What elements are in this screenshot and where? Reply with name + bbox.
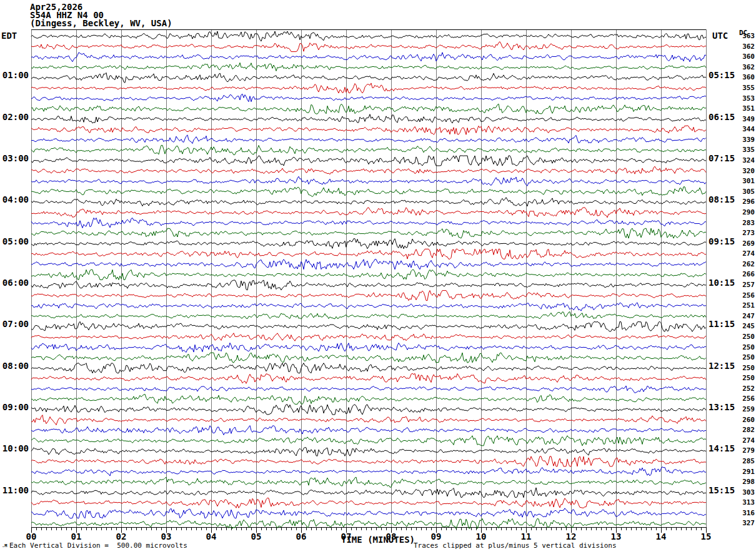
trace-row: [31, 31, 706, 41]
dc-value: 351: [740, 105, 755, 112]
trace-row: [31, 386, 706, 393]
dc-value: 327: [740, 520, 755, 526]
x-tick-label: 14: [652, 532, 670, 541]
trace-row: [31, 373, 706, 383]
trace-row: [31, 280, 706, 290]
dc-value: 344: [740, 126, 755, 133]
utc-hour-label: 09:15: [709, 237, 735, 246]
dc-value: 316: [740, 510, 755, 516]
trace-row: [31, 312, 706, 320]
trace-row: [31, 126, 706, 135]
dc-value: 324: [740, 157, 755, 164]
dc-value: 250: [740, 365, 755, 371]
trace-row: [31, 176, 706, 186]
trace-row: [31, 218, 706, 228]
utc-hour-label: 15:15: [709, 486, 735, 495]
dc-value: 362: [740, 64, 755, 71]
trace-row: [31, 405, 706, 415]
utc-hour-label: 07:15: [709, 154, 735, 163]
trace-row: [31, 156, 706, 166]
utc-hour-label: 10:15: [709, 278, 735, 287]
dc-value: 262: [740, 261, 755, 268]
trace-row: [31, 228, 706, 238]
dc-value: 291: [740, 468, 755, 475]
x-tick-label: 03: [157, 532, 175, 541]
dc-value: 266: [740, 271, 755, 278]
dc-value: 335: [740, 146, 755, 153]
x-tick-label: 12: [562, 532, 580, 541]
trace-row: [31, 259, 706, 269]
trace-row: [31, 198, 706, 206]
edt-hour-label: 10:00: [0, 444, 29, 453]
dc-value: 283: [740, 219, 755, 226]
dc-value: 273: [740, 229, 755, 236]
dc-value: 259: [740, 406, 755, 413]
trace-row: [31, 63, 706, 71]
utc-hour-label: 11:15: [709, 320, 735, 328]
trace-row: [31, 415, 706, 425]
dc-value: 274: [740, 250, 755, 257]
dc-value: 245: [740, 323, 755, 330]
dc-value: 320: [740, 168, 755, 174]
edt-hour-label: 04:00: [0, 195, 29, 204]
dc-value: 256: [740, 395, 755, 402]
trace-row: [31, 363, 706, 373]
dc-value: 251: [740, 302, 755, 309]
trace-row: [31, 333, 706, 341]
x-tick-label: 02: [112, 532, 130, 541]
trace-row: [31, 508, 706, 518]
utc-hour-label: 06:15: [709, 113, 735, 121]
x-tick-label: 15: [697, 532, 715, 541]
trace-row: [31, 291, 706, 301]
x-tick-label: 00: [22, 532, 40, 541]
dc-value: 362: [740, 43, 755, 50]
edt-hour-label: 02:00: [0, 113, 29, 121]
dc-value: 269: [740, 240, 755, 247]
dc-value: 363: [740, 33, 755, 39]
x-tick-label: 01: [67, 532, 85, 541]
edt-hour-label: 01:00: [0, 71, 29, 79]
trace-row: [31, 135, 706, 144]
dc-value: 355: [740, 84, 755, 91]
x-tick-label: 04: [202, 532, 220, 541]
trace-row: [31, 249, 706, 259]
dc-value: 250: [740, 354, 755, 361]
x-tick-label: 13: [607, 532, 625, 541]
dc-value: 298: [740, 478, 755, 485]
trace-row: [31, 104, 706, 114]
trace-row: [31, 448, 706, 456]
trace-row: [31, 353, 706, 363]
edt-hour-label: 11:00: [0, 486, 29, 495]
edt-hour-label: 03:00: [0, 154, 29, 163]
dc-value: 296: [740, 198, 755, 205]
trace-row: [31, 303, 706, 311]
dc-value: 349: [740, 116, 755, 123]
utc-hour-label: 14:15: [709, 444, 735, 453]
dc-value: 339: [740, 136, 755, 143]
edt-hour-label: 06:00: [0, 278, 29, 287]
trace-row: [31, 187, 706, 197]
dc-value: 247: [740, 313, 755, 320]
trace-row: [31, 394, 706, 404]
dc-value: 252: [740, 385, 755, 392]
trace-row: [31, 436, 706, 446]
seismogram-plot: [0, 0, 756, 554]
trace-row: [31, 114, 706, 123]
x-tick-label: 10: [472, 532, 490, 541]
dc-value: 313: [740, 499, 755, 506]
trace-row: [31, 53, 706, 62]
dc-value: 301: [740, 178, 755, 184]
dc-value: 282: [740, 426, 755, 433]
trace-row: [31, 467, 706, 476]
dc-value: 290: [740, 209, 755, 216]
dc-value: 360: [740, 74, 755, 81]
dc-value: 260: [740, 416, 755, 423]
edt-hour-label: 09:00: [0, 403, 29, 411]
trace-row: [31, 488, 706, 498]
trace-row: [31, 456, 706, 466]
utc-hour-label: 08:15: [709, 195, 735, 204]
dc-value: 256: [740, 292, 755, 299]
dc-value: 279: [740, 447, 755, 454]
trace-row: [31, 42, 706, 52]
edt-hour-label: 08:00: [0, 361, 29, 370]
